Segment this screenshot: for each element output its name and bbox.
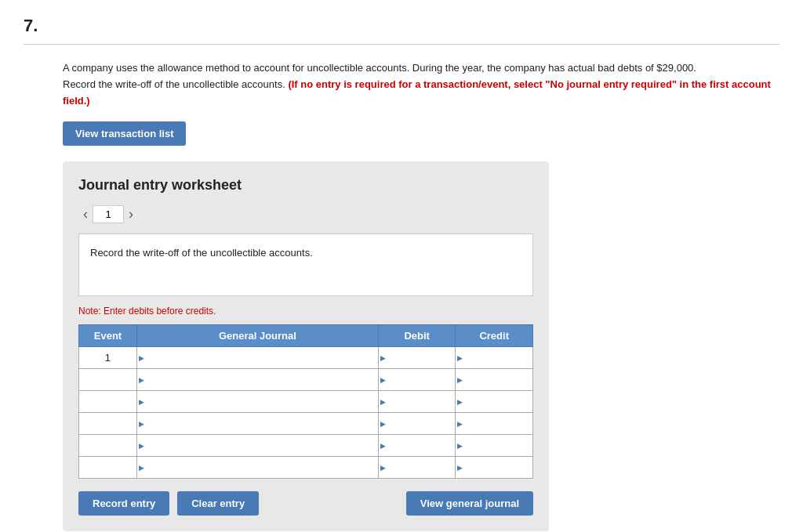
event-cell [79, 369, 137, 391]
entry-description: Record the write-off of the uncollectibl… [78, 233, 533, 296]
table-row [79, 457, 533, 479]
general-journal-cell[interactable] [136, 413, 378, 435]
journal-table: Event General Journal Debit Credit 1 [78, 324, 533, 479]
general-journal-input[interactable] [140, 461, 375, 474]
general-journal-cell[interactable] [136, 391, 378, 413]
col-header-general-journal: General Journal [136, 325, 378, 347]
event-cell [79, 391, 137, 413]
clear-entry-button[interactable]: Clear entry [177, 491, 259, 516]
credit-input[interactable] [459, 440, 529, 452]
credit-input[interactable] [459, 374, 529, 386]
journal-worksheet: Journal entry worksheet ‹ › Record the w… [63, 161, 549, 531]
credit-cell[interactable] [456, 369, 533, 391]
problem-text-line1: A company uses the allowance method to a… [63, 60, 779, 77]
debit-cell[interactable] [378, 435, 456, 457]
event-cell: 1 [79, 347, 137, 369]
table-row [79, 369, 533, 391]
general-journal-cell[interactable] [136, 369, 378, 391]
debit-cell[interactable] [378, 413, 456, 435]
general-journal-input[interactable] [140, 396, 375, 408]
debit-input[interactable] [382, 418, 452, 430]
credit-cell[interactable] [456, 391, 533, 413]
col-header-credit: Credit [456, 325, 533, 347]
problem-text-line2: Record the write-off of the uncollectibl… [63, 77, 779, 110]
note-text: Note: Enter debits before credits. [78, 306, 533, 317]
debit-input[interactable] [382, 461, 452, 474]
debit-input[interactable] [382, 396, 452, 408]
debit-cell[interactable] [378, 347, 456, 369]
debit-cell[interactable] [378, 369, 456, 391]
bottom-buttons: Record entry Clear entry View general jo… [78, 491, 533, 516]
event-cell [79, 413, 137, 435]
debit-input[interactable] [382, 352, 452, 364]
next-page-button[interactable]: › [124, 204, 138, 224]
credit-input[interactable] [459, 418, 529, 430]
prev-page-button[interactable]: ‹ [78, 204, 93, 224]
credit-cell[interactable] [456, 457, 533, 479]
debit-cell[interactable] [378, 391, 456, 413]
view-transaction-button[interactable]: View transaction list [63, 121, 186, 146]
worksheet-nav: ‹ › [78, 204, 533, 224]
general-journal-input[interactable] [140, 440, 375, 452]
general-journal-cell[interactable] [136, 347, 378, 369]
credit-input[interactable] [459, 461, 529, 474]
credit-cell[interactable] [456, 413, 533, 435]
page-number-input[interactable] [93, 205, 124, 223]
general-journal-input[interactable] [140, 374, 375, 386]
credit-input[interactable] [459, 352, 529, 364]
debit-cell[interactable] [378, 457, 456, 479]
col-header-event: Event [79, 325, 137, 347]
general-journal-input[interactable] [140, 352, 375, 364]
general-journal-input[interactable] [140, 418, 375, 430]
event-cell [79, 457, 137, 479]
view-general-journal-button[interactable]: View general journal [406, 491, 533, 516]
event-cell [79, 435, 137, 457]
general-journal-cell[interactable] [136, 435, 378, 457]
table-row [79, 413, 533, 435]
worksheet-title: Journal entry worksheet [78, 177, 533, 194]
debit-input[interactable] [382, 374, 452, 386]
question-number: 7. [24, 16, 779, 45]
table-row: 1 [79, 347, 533, 369]
credit-cell[interactable] [456, 347, 533, 369]
record-entry-button[interactable]: Record entry [78, 491, 169, 516]
credit-input[interactable] [459, 396, 529, 408]
table-row [79, 435, 533, 457]
debit-input[interactable] [382, 440, 452, 452]
general-journal-cell[interactable] [136, 457, 378, 479]
credit-cell[interactable] [456, 435, 533, 457]
table-row [79, 391, 533, 413]
col-header-debit: Debit [378, 325, 456, 347]
